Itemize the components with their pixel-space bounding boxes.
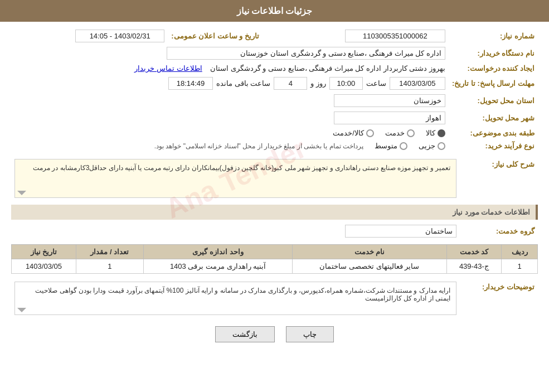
cell-count: 1 xyxy=(76,259,143,274)
category-both-label: کالا/خدمت xyxy=(333,129,364,137)
service-group-input: ساختمان xyxy=(345,225,456,238)
cell-date: 1403/03/05 xyxy=(12,259,76,274)
cell-row-num: 1 xyxy=(502,259,538,274)
col-header-date: تاریخ نیاز xyxy=(12,245,76,259)
send-time-input: 10:00 xyxy=(329,77,363,90)
purchase-motavset-radio[interactable] xyxy=(400,142,407,150)
buyer-desc-box: ارایه مدارک و مستندات شرکت،شماره همراه،ک… xyxy=(14,282,456,315)
service-group-table: گروه خدمت: ساختمان xyxy=(11,222,538,240)
category-kala-radio[interactable] xyxy=(438,129,445,137)
purchase-motavset-item: متوسط xyxy=(375,142,407,150)
announce-value: 1403/02/31 - 14:05 xyxy=(11,27,168,45)
buyer-desc-value: ارایه مدارک و مستندات شرکت،شماره همراه،ک… xyxy=(11,279,460,317)
province-label: استان محل تحویل: xyxy=(449,92,538,109)
purchase-type-label: نوع فرآیند خرید: xyxy=(449,139,538,152)
service-group-value: ساختمان xyxy=(11,222,460,240)
need-number-input: 1103005351000062 xyxy=(345,30,445,42)
need-desc-box: Ana Tender تعمیر و تجهیز موزه صنایع دستی… xyxy=(14,159,456,198)
page-header: جزئیات اطلاعات نیاز xyxy=(0,0,549,22)
province-value: خوزستان xyxy=(11,92,449,109)
category-both-radio[interactable] xyxy=(366,129,374,137)
back-button[interactable]: بازگشت xyxy=(215,326,275,342)
category-kala-item: کالا xyxy=(426,129,445,137)
need-desc-text: تعمیر و تجهیز موزه صنایع دستی راهانداری … xyxy=(33,164,450,172)
need-desc-table: شرح کلی نیاز: Ana Tender تعمیر و تجهیز م… xyxy=(11,157,538,200)
send-remaining-input: 18:14:49 xyxy=(168,77,213,90)
creator-value: بهروز دشتی کاربردار اداره کل میراث فرهنگ… xyxy=(11,62,449,75)
col-header-count: تعداد / مقدار xyxy=(76,245,143,259)
cell-service-code: ج-43-439 xyxy=(446,259,502,274)
need-desc-label: شرح کلی نیاز: xyxy=(460,157,538,200)
buyer-desc-table: توضیحات خریدار: ارایه مدارک و مستندات شر… xyxy=(11,279,538,317)
purchase-jozii-item: جزیی xyxy=(419,142,445,150)
purchase-motavset-label: متوسط xyxy=(375,142,397,150)
page-title: جزئیات اطلاعات نیاز xyxy=(237,6,313,16)
services-table: ردیف کد خدمت نام خدمت واحد اندازه گیری ت… xyxy=(11,244,538,274)
buyer-org-input: اداره کل میراث فرهنگی ،صنایع دستی و گردش… xyxy=(167,47,445,60)
send-days-input: 4 xyxy=(274,77,307,90)
col-header-service-code: کد خدمت xyxy=(446,245,502,259)
category-khadamat-label: خدمت xyxy=(385,129,405,137)
services-section-title: اطلاعات خدمات مورد نیاز xyxy=(11,205,538,220)
category-kala-label: کالا xyxy=(426,129,435,137)
col-header-row-num: ردیف xyxy=(502,245,538,259)
col-header-service-name: نام خدمت xyxy=(293,245,446,259)
city-label: شهر محل تحویل: xyxy=(449,109,538,127)
send-date-row: 1403/03/05 ساعت 10:00 روز و 4 ساعت باقی … xyxy=(11,75,449,92)
buyer-org-label: نام دستگاه خریدار: xyxy=(449,45,538,62)
creator-text: بهروز دشتی کاربردار اداره کل میراث فرهنگ… xyxy=(210,64,445,72)
category-khadamat-item: خدمت xyxy=(385,129,415,137)
buyer-desc-label: توضیحات خریدار: xyxy=(460,279,538,317)
need-number-label: شماره نیاز: xyxy=(449,27,538,45)
creator-label: ایجاد کننده درخواست: xyxy=(449,62,538,75)
print-button[interactable]: چاپ xyxy=(286,326,334,342)
category-label: طبقه بندی موضوعی: xyxy=(449,127,538,139)
need-desc-value: Ana Tender تعمیر و تجهیز موزه صنایع دستی… xyxy=(11,157,460,200)
send-time-label: ساعت xyxy=(366,79,386,88)
send-date-input: 1403/03/05 xyxy=(390,77,445,90)
announce-label: تاریخ و ساعت اعلان عمومی: xyxy=(168,27,263,45)
info-table: شماره نیاز: 1103005351000062 تاریخ و ساع… xyxy=(11,27,538,152)
buyer-org-value: اداره کل میراث فرهنگی ،صنایع دستی و گردش… xyxy=(11,45,449,62)
category-both-item: کالا/خدمت xyxy=(333,129,374,137)
need-number-value: 1103005351000062 xyxy=(274,27,449,45)
buyer-desc-text: ارایه مدارک و مستندات شرکت،شماره همراه،ک… xyxy=(35,287,450,302)
buttons-row: چاپ بازگشت xyxy=(11,326,538,342)
category-khadamat-radio[interactable] xyxy=(407,129,415,137)
cell-service-name: سایر فعالیتهای تخصصی ساختمان xyxy=(293,259,446,274)
city-value: اهواز xyxy=(11,109,449,127)
cell-unit: آبنیه راهداری مرمت برقی 1403 xyxy=(143,259,292,274)
service-group-label: گروه خدمت: xyxy=(460,222,538,240)
send-date-label: مهلت ارسال پاسخ: تا تاریخ: xyxy=(449,75,538,92)
send-remaining-label: ساعت باقی مانده xyxy=(216,79,270,88)
purchase-jozii-label: جزیی xyxy=(419,142,435,150)
city-input: اهواز xyxy=(334,112,445,124)
col-header-unit: واحد اندازه گیری xyxy=(143,245,292,259)
send-days-label: روز و xyxy=(310,79,326,88)
purchase-type-row: جزیی متوسط پرداخت تمام یا بخشی از مبلغ خ… xyxy=(11,139,449,152)
contact-link[interactable]: اطلاعات تماس خریدار xyxy=(134,64,202,72)
table-row: 1 ج-43-439 سایر فعالیتهای تخصصی ساختمان … xyxy=(12,259,538,274)
category-options: کالا خدمت کالا/خدمت xyxy=(11,127,449,139)
purchase-note: پرداخت تمام یا بخشی از مبلغ خریدار از مح… xyxy=(154,142,363,150)
province-input: خوزستان xyxy=(334,94,445,107)
announce-input: 1403/02/31 - 14:05 xyxy=(75,30,164,42)
purchase-jozii-radio[interactable] xyxy=(438,142,445,150)
